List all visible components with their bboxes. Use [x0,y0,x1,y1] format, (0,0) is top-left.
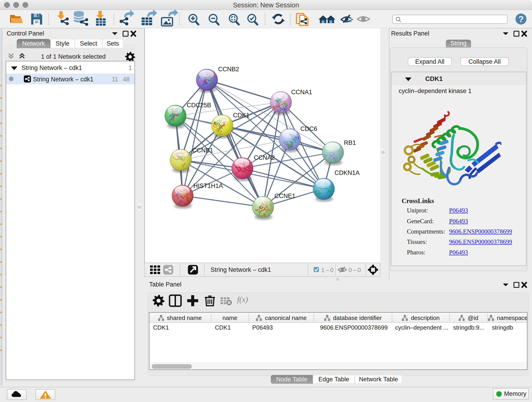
svg-text:HIST1H1A: HIST1H1A [193,182,223,189]
svg-text:CCNE1: CCNE1 [274,192,296,199]
svg-text:CDC25B: CDC25B [187,102,211,109]
svg-text:?: ? [518,14,524,24]
svg-text:CCNB2: CCNB2 [218,66,239,73]
svg-text:CCNA1: CCNA1 [291,89,312,96]
svg-text:RB1: RB1 [344,139,356,146]
svg-text:CCNB1: CCNB1 [192,147,213,154]
svg-text:CCNA2: CCNA2 [254,154,275,161]
svg-text:CDKN1A: CDKN1A [335,169,360,176]
svg-text:CDK1: CDK1 [233,112,249,119]
svg-text:CDC6: CDC6 [300,125,317,132]
